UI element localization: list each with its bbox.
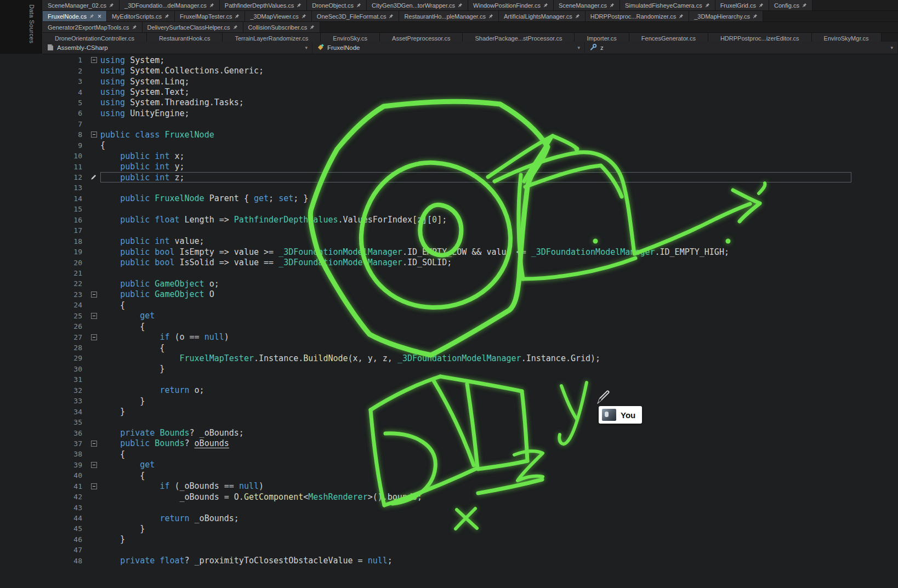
pin-icon[interactable] <box>802 3 807 8</box>
code-line-28[interactable]: 28 { <box>0 342 898 353</box>
code-line-7[interactable]: 7 <box>0 119 898 129</box>
tab-3dmapviewer-cs[interactable]: _3DMapViewer.cs <box>245 11 311 21</box>
code-line-41[interactable]: 41 if (_oBounds == null) <box>0 481 898 492</box>
code-line-20[interactable]: 20 public bool IsSolid => value == _3DFo… <box>0 257 898 267</box>
code-line-11[interactable]: 11 public int y; <box>0 161 898 172</box>
pin-icon[interactable] <box>310 25 315 30</box>
code-line-27[interactable]: 27 if (o == null) <box>0 332 898 342</box>
pin-icon[interactable] <box>356 3 361 8</box>
pin-icon[interactable] <box>543 3 548 8</box>
code-line-18[interactable]: 18 public int value; <box>0 236 898 246</box>
tab-generator2exportmaptools-cs[interactable]: Generator2ExportMapTools.cs <box>43 22 143 32</box>
pin-icon[interactable] <box>209 3 214 8</box>
code-line-39[interactable]: 39 get <box>0 460 898 470</box>
tab-fruxelnode-cs[interactable]: FruxelNode.cs× <box>43 11 107 21</box>
code-line-2[interactable]: 2using System.Collections.Generic; <box>0 65 898 76</box>
data-sources-panel-tab[interactable]: Data Sources <box>29 4 35 43</box>
code-line-46[interactable]: 46 } <box>0 534 898 545</box>
pin-icon[interactable] <box>488 14 493 19</box>
code-line-8[interactable]: 8public class FruxelNode <box>0 129 898 140</box>
code-line-25[interactable]: 25 get <box>0 311 898 321</box>
code-line-6[interactable]: 6using UnityEngine; <box>0 108 898 118</box>
pin-icon[interactable] <box>164 14 169 19</box>
fold-minus-icon[interactable] <box>91 483 97 489</box>
code-line-17[interactable]: 17 <box>0 225 898 236</box>
code-line-40[interactable]: 40 { <box>0 470 898 481</box>
code-line-14[interactable]: 14 public FruxelNode Parent { get; set; … <box>0 193 898 204</box>
code-line-48[interactable]: 48 private float? _proximityToClosestObs… <box>0 556 898 566</box>
project-dropdown[interactable]: Assembly-CSharp ▾ <box>43 42 312 54</box>
pin-icon[interactable] <box>302 14 306 19</box>
tab-onesec3d-fileformat-cs[interactable]: OneSec3D_FileFormat.cs <box>312 11 400 21</box>
code-line-43[interactable]: 43 <box>0 502 898 512</box>
tab-scenemanager-02-cs[interactable]: SceneManager_02.cs <box>43 0 120 10</box>
code-line-37[interactable]: 37 public Bounds? oBounds <box>0 438 898 449</box>
pin-icon[interactable] <box>610 3 615 8</box>
tab-scenemanager-cs[interactable]: SceneManager.cs <box>554 0 620 10</box>
code-line-44[interactable]: 44 return _oBounds; <box>0 513 898 523</box>
code-line-22[interactable]: 22 public GameObject o; <box>0 278 898 289</box>
tab-windowpositionfinder-cs[interactable]: WindowPositionFinder.cs <box>468 0 554 10</box>
pin-icon[interactable] <box>233 25 238 30</box>
tab-3dmaphierarchy-cs[interactable]: _3DMapHierarchy.cs <box>689 11 763 21</box>
tab-simulatedfisheyecamera-cs[interactable]: SimulatedFisheyeCamera.cs <box>620 0 715 10</box>
tab-collisionsubscriber-cs[interactable]: CollisionSubscriber.cs <box>243 22 321 32</box>
code-line-26[interactable]: 26 { <box>0 321 898 332</box>
tab-deliverysurfaceclasshelper-cs[interactable]: DeliverySurfaceClassHelper.cs <box>143 22 243 32</box>
tab-hdrppostproc-randomizer-cs[interactable]: HDRPPostproc...Randomizer.cs <box>586 11 690 21</box>
code-editor[interactable]: 1using System;2using System.Collections.… <box>0 54 898 588</box>
code-line-5[interactable]: 5using System.Threading.Tasks; <box>0 98 898 108</box>
pin-icon[interactable] <box>297 3 302 8</box>
pin-icon[interactable] <box>753 14 758 19</box>
code-line-42[interactable]: 42 _oBounds = O.GetComponent<MeshRendere… <box>0 492 898 502</box>
code-line-19[interactable]: 19 public bool IsEmpty => value >= _3DFo… <box>0 247 898 257</box>
code-line-23[interactable]: 23 public GameObject O <box>0 289 898 300</box>
code-line-47[interactable]: 47 <box>0 545 898 555</box>
code-line-30[interactable]: 30 } <box>0 364 898 374</box>
code-line-29[interactable]: 29 FruxelMapTester.Instance.BuildNode(x,… <box>0 353 898 363</box>
pin-icon[interactable] <box>458 3 463 8</box>
pin-icon[interactable] <box>235 14 240 19</box>
pin-icon[interactable] <box>705 3 710 8</box>
code-line-16[interactable]: 16 public float Length => PathfinderDept… <box>0 215 898 225</box>
fold-minus-icon[interactable] <box>91 313 97 319</box>
tab-restaurantho-plemanager-cs[interactable]: RestaurantHo...pleManager.cs <box>399 11 499 21</box>
code-line-10[interactable]: 10 public int x; <box>0 151 898 161</box>
code-line-1[interactable]: 1using System; <box>0 55 898 65</box>
close-icon[interactable]: × <box>98 13 101 20</box>
code-line-35[interactable]: 35 <box>0 417 898 427</box>
tab-pathfinderdepthvalues-cs[interactable]: PathfinderDepthValues.cs <box>220 0 307 10</box>
tab-citygen3dgen-torwrapper-cs[interactable]: CityGen3DGen...torWrapper.cs <box>367 0 468 10</box>
pin-icon[interactable] <box>132 25 137 30</box>
code-line-36[interactable]: 36 private Bounds? _oBounds; <box>0 427 898 438</box>
fold-minus-icon[interactable] <box>91 292 97 298</box>
tab-artificiallightsmanager-cs[interactable]: ArtificialLightsManager.cs <box>499 11 586 21</box>
code-line-24[interactable]: 24 { <box>0 300 898 310</box>
fold-minus-icon[interactable] <box>91 441 97 447</box>
type-dropdown[interactable]: FruxelNode ▾ <box>312 42 585 54</box>
fold-minus-icon[interactable] <box>91 132 97 138</box>
code-line-9[interactable]: 9{ <box>0 140 898 151</box>
pin-icon[interactable] <box>759 3 764 8</box>
tab-fruxelgrid-cs[interactable]: FruxelGrid.cs <box>715 0 769 10</box>
tab-myeditorscripts-cs[interactable]: MyEditorScripts.cs <box>107 11 175 21</box>
tab-fruxelmaptester-cs[interactable]: FruxelMapTester.cs <box>175 11 245 21</box>
code-line-45[interactable]: 45 } <box>0 523 898 534</box>
tab-droneobject-cs[interactable]: DroneObject.cs <box>307 0 367 10</box>
pin-icon[interactable] <box>679 14 684 19</box>
code-line-32[interactable]: 32 return o; <box>0 385 898 396</box>
tab-config-cs[interactable]: Config.cs <box>769 0 812 10</box>
tab-3dfoundatio-delmanager-cs[interactable]: _3DFoundatio...delManager.cs <box>120 0 220 10</box>
code-line-4[interactable]: 4using System.Text; <box>0 87 898 97</box>
pin-icon[interactable] <box>389 14 394 19</box>
code-line-34[interactable]: 34 } <box>0 406 898 416</box>
pin-icon[interactable] <box>89 14 94 19</box>
fold-minus-icon[interactable] <box>91 462 97 468</box>
code-line-33[interactable]: 33 } <box>0 396 898 406</box>
member-dropdown[interactable]: z ▾ <box>585 42 898 54</box>
code-line-3[interactable]: 3using System.Linq; <box>0 76 898 87</box>
pin-icon[interactable] <box>575 14 580 19</box>
pin-icon[interactable] <box>109 3 114 8</box>
fold-minus-icon[interactable] <box>91 334 97 340</box>
code-line-15[interactable]: 15 <box>0 204 898 214</box>
